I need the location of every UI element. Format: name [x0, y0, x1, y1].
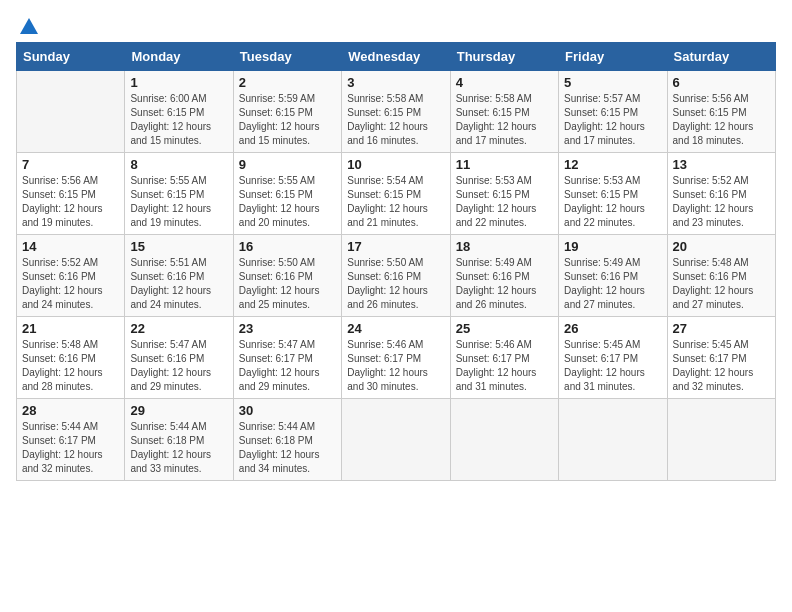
week-row-4: 21Sunrise: 5:48 AM Sunset: 6:16 PM Dayli… [17, 317, 776, 399]
day-info: Sunrise: 5:56 AM Sunset: 6:15 PM Dayligh… [673, 92, 770, 148]
day-info: Sunrise: 5:55 AM Sunset: 6:15 PM Dayligh… [239, 174, 336, 230]
day-info: Sunrise: 5:58 AM Sunset: 6:15 PM Dayligh… [456, 92, 553, 148]
day-number: 20 [673, 239, 770, 254]
calendar-cell: 11Sunrise: 5:53 AM Sunset: 6:15 PM Dayli… [450, 153, 558, 235]
col-header-monday: Monday [125, 43, 233, 71]
day-info: Sunrise: 5:49 AM Sunset: 6:16 PM Dayligh… [564, 256, 661, 312]
week-row-3: 14Sunrise: 5:52 AM Sunset: 6:16 PM Dayli… [17, 235, 776, 317]
day-number: 12 [564, 157, 661, 172]
calendar-cell: 13Sunrise: 5:52 AM Sunset: 6:16 PM Dayli… [667, 153, 775, 235]
day-info: Sunrise: 5:54 AM Sunset: 6:15 PM Dayligh… [347, 174, 444, 230]
col-header-tuesday: Tuesday [233, 43, 341, 71]
calendar-cell: 20Sunrise: 5:48 AM Sunset: 6:16 PM Dayli… [667, 235, 775, 317]
day-info: Sunrise: 5:44 AM Sunset: 6:17 PM Dayligh… [22, 420, 119, 476]
day-info: Sunrise: 5:50 AM Sunset: 6:16 PM Dayligh… [239, 256, 336, 312]
calendar-cell: 30Sunrise: 5:44 AM Sunset: 6:18 PM Dayli… [233, 399, 341, 481]
day-number: 30 [239, 403, 336, 418]
calendar-cell: 26Sunrise: 5:45 AM Sunset: 6:17 PM Dayli… [559, 317, 667, 399]
day-info: Sunrise: 5:52 AM Sunset: 6:16 PM Dayligh… [673, 174, 770, 230]
day-number: 5 [564, 75, 661, 90]
week-row-1: 1Sunrise: 6:00 AM Sunset: 6:15 PM Daylig… [17, 71, 776, 153]
calendar-cell: 2Sunrise: 5:59 AM Sunset: 6:15 PM Daylig… [233, 71, 341, 153]
calendar-cell: 15Sunrise: 5:51 AM Sunset: 6:16 PM Dayli… [125, 235, 233, 317]
day-number: 7 [22, 157, 119, 172]
col-header-sunday: Sunday [17, 43, 125, 71]
col-header-saturday: Saturday [667, 43, 775, 71]
calendar-cell: 3Sunrise: 5:58 AM Sunset: 6:15 PM Daylig… [342, 71, 450, 153]
day-number: 13 [673, 157, 770, 172]
calendar-cell: 28Sunrise: 5:44 AM Sunset: 6:17 PM Dayli… [17, 399, 125, 481]
day-number: 2 [239, 75, 336, 90]
day-info: Sunrise: 5:56 AM Sunset: 6:15 PM Dayligh… [22, 174, 119, 230]
week-row-5: 28Sunrise: 5:44 AM Sunset: 6:17 PM Dayli… [17, 399, 776, 481]
day-number: 21 [22, 321, 119, 336]
day-info: Sunrise: 5:45 AM Sunset: 6:17 PM Dayligh… [564, 338, 661, 394]
day-number: 1 [130, 75, 227, 90]
logo-icon [18, 16, 40, 38]
calendar-cell [450, 399, 558, 481]
day-number: 17 [347, 239, 444, 254]
calendar-cell: 1Sunrise: 6:00 AM Sunset: 6:15 PM Daylig… [125, 71, 233, 153]
calendar-cell: 16Sunrise: 5:50 AM Sunset: 6:16 PM Dayli… [233, 235, 341, 317]
day-info: Sunrise: 5:53 AM Sunset: 6:15 PM Dayligh… [456, 174, 553, 230]
day-number: 25 [456, 321, 553, 336]
day-info: Sunrise: 5:59 AM Sunset: 6:15 PM Dayligh… [239, 92, 336, 148]
day-info: Sunrise: 5:58 AM Sunset: 6:15 PM Dayligh… [347, 92, 444, 148]
calendar-cell: 9Sunrise: 5:55 AM Sunset: 6:15 PM Daylig… [233, 153, 341, 235]
day-number: 26 [564, 321, 661, 336]
calendar-cell [17, 71, 125, 153]
calendar-cell: 8Sunrise: 5:55 AM Sunset: 6:15 PM Daylig… [125, 153, 233, 235]
calendar-header-row: SundayMondayTuesdayWednesdayThursdayFrid… [17, 43, 776, 71]
calendar-cell [559, 399, 667, 481]
day-info: Sunrise: 5:51 AM Sunset: 6:16 PM Dayligh… [130, 256, 227, 312]
day-number: 6 [673, 75, 770, 90]
day-number: 18 [456, 239, 553, 254]
day-info: Sunrise: 5:55 AM Sunset: 6:15 PM Dayligh… [130, 174, 227, 230]
calendar-cell: 7Sunrise: 5:56 AM Sunset: 6:15 PM Daylig… [17, 153, 125, 235]
calendar-cell: 18Sunrise: 5:49 AM Sunset: 6:16 PM Dayli… [450, 235, 558, 317]
day-number: 29 [130, 403, 227, 418]
week-row-2: 7Sunrise: 5:56 AM Sunset: 6:15 PM Daylig… [17, 153, 776, 235]
day-info: Sunrise: 5:48 AM Sunset: 6:16 PM Dayligh… [673, 256, 770, 312]
calendar-cell: 21Sunrise: 5:48 AM Sunset: 6:16 PM Dayli… [17, 317, 125, 399]
calendar-cell: 5Sunrise: 5:57 AM Sunset: 6:15 PM Daylig… [559, 71, 667, 153]
calendar-cell: 23Sunrise: 5:47 AM Sunset: 6:17 PM Dayli… [233, 317, 341, 399]
calendar-cell: 10Sunrise: 5:54 AM Sunset: 6:15 PM Dayli… [342, 153, 450, 235]
day-info: Sunrise: 5:44 AM Sunset: 6:18 PM Dayligh… [239, 420, 336, 476]
day-number: 19 [564, 239, 661, 254]
day-info: Sunrise: 5:53 AM Sunset: 6:15 PM Dayligh… [564, 174, 661, 230]
day-number: 14 [22, 239, 119, 254]
calendar-cell: 25Sunrise: 5:46 AM Sunset: 6:17 PM Dayli… [450, 317, 558, 399]
day-number: 16 [239, 239, 336, 254]
day-info: Sunrise: 5:47 AM Sunset: 6:16 PM Dayligh… [130, 338, 227, 394]
calendar-cell [667, 399, 775, 481]
calendar-cell: 22Sunrise: 5:47 AM Sunset: 6:16 PM Dayli… [125, 317, 233, 399]
day-info: Sunrise: 5:44 AM Sunset: 6:18 PM Dayligh… [130, 420, 227, 476]
calendar-cell: 17Sunrise: 5:50 AM Sunset: 6:16 PM Dayli… [342, 235, 450, 317]
day-info: Sunrise: 5:52 AM Sunset: 6:16 PM Dayligh… [22, 256, 119, 312]
col-header-friday: Friday [559, 43, 667, 71]
day-number: 27 [673, 321, 770, 336]
col-header-wednesday: Wednesday [342, 43, 450, 71]
day-number: 11 [456, 157, 553, 172]
day-number: 3 [347, 75, 444, 90]
day-number: 22 [130, 321, 227, 336]
calendar-cell [342, 399, 450, 481]
day-number: 4 [456, 75, 553, 90]
calendar-cell: 27Sunrise: 5:45 AM Sunset: 6:17 PM Dayli… [667, 317, 775, 399]
day-number: 9 [239, 157, 336, 172]
day-info: Sunrise: 5:46 AM Sunset: 6:17 PM Dayligh… [456, 338, 553, 394]
calendar-cell: 12Sunrise: 5:53 AM Sunset: 6:15 PM Dayli… [559, 153, 667, 235]
calendar-cell: 4Sunrise: 5:58 AM Sunset: 6:15 PM Daylig… [450, 71, 558, 153]
col-header-thursday: Thursday [450, 43, 558, 71]
day-number: 8 [130, 157, 227, 172]
day-number: 15 [130, 239, 227, 254]
logo [16, 16, 40, 32]
day-info: Sunrise: 5:48 AM Sunset: 6:16 PM Dayligh… [22, 338, 119, 394]
day-number: 23 [239, 321, 336, 336]
day-number: 28 [22, 403, 119, 418]
day-info: Sunrise: 6:00 AM Sunset: 6:15 PM Dayligh… [130, 92, 227, 148]
day-info: Sunrise: 5:47 AM Sunset: 6:17 PM Dayligh… [239, 338, 336, 394]
calendar-cell: 6Sunrise: 5:56 AM Sunset: 6:15 PM Daylig… [667, 71, 775, 153]
calendar-cell: 29Sunrise: 5:44 AM Sunset: 6:18 PM Dayli… [125, 399, 233, 481]
